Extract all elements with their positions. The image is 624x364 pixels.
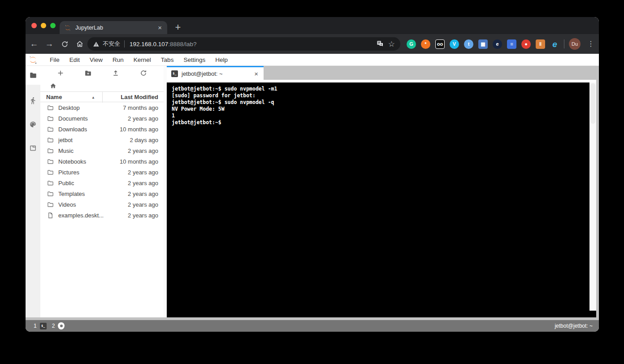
file-row[interactable]: Downloads10 months ago [40, 124, 164, 134]
menu-kernel[interactable]: Kernel [129, 56, 156, 63]
browser-tab[interactable]: JupyterLab × [60, 21, 167, 34]
oo-black-extension-icon[interactable]: oo [435, 39, 445, 49]
home-breadcrumb-icon[interactable] [50, 82, 56, 89]
menu-settings[interactable]: Settings [178, 56, 210, 63]
file-modified: 2 years ago [128, 169, 158, 176]
menu-run[interactable]: Run [108, 56, 129, 63]
file-modified: 2 years ago [128, 147, 158, 154]
orange-spark-extension-icon[interactable]: * [421, 39, 430, 49]
file-row[interactable]: Desktop7 months ago [40, 102, 164, 113]
ie-extension-icon[interactable]: e [550, 39, 559, 49]
dock-tab-bar: $_ jetbot@jetbot: ~ × [167, 66, 599, 80]
menu-view[interactable]: View [85, 56, 108, 63]
folder-item-icon [47, 126, 54, 133]
close-window-button[interactable] [31, 23, 37, 28]
file-row[interactable]: jetbot2 days ago [40, 134, 164, 145]
terminal-tab-icon: $_ [171, 70, 178, 77]
new-tab-button[interactable]: + [172, 22, 184, 33]
refresh-button[interactable] [137, 67, 150, 79]
minimize-window-button[interactable] [41, 23, 46, 28]
new-launcher-button[interactable] [54, 67, 67, 79]
terminal-status-icon: $_ [40, 323, 47, 329]
file-modified: 7 months ago [123, 104, 158, 111]
menu-tabs[interactable]: Tabs [156, 56, 179, 63]
column-header-modified[interactable]: Last Modified [121, 94, 158, 100]
list-blue-extension-icon[interactable]: ≡ [507, 39, 516, 49]
file-row[interactable]: Pictures2 years ago [40, 167, 164, 178]
menu-edit[interactable]: Edit [65, 56, 85, 63]
red-hand-extension-icon[interactable]: ● [521, 39, 531, 49]
jupyterlab-body: Name ▲ Last Modified Desktop7 months ago… [26, 66, 599, 317]
address-bar[interactable]: 不安全 192.168.0.107 :8888/lab? ☆ [87, 37, 400, 51]
status-current-terminal[interactable]: jetbot@jetbot: ~ [555, 323, 593, 329]
file-name: jetbot [58, 137, 73, 143]
menu-items: FileEditViewRunKernelTabsSettingsHelp [45, 56, 233, 63]
columns-orange-extension-icon[interactable]: ‖ [536, 39, 545, 49]
jupyter-logo-icon [28, 55, 38, 65]
grammarly-extension-icon[interactable]: G [407, 39, 416, 49]
file-row[interactable]: Public2 years ago [40, 178, 164, 188]
terminal-line: jetbot@jetbot:~$ [172, 119, 596, 126]
browser-menu-button[interactable]: ⋮ [585, 39, 596, 49]
city-blue-extension-icon[interactable]: ▦ [478, 39, 488, 49]
not-secure-warning-icon [93, 41, 100, 48]
menu-file[interactable]: File [45, 56, 65, 63]
jupyterlab-menubar: FileEditViewRunKernelTabsSettingsHelp [26, 54, 599, 66]
not-secure-label[interactable]: 不安全 [103, 40, 120, 48]
kernel-count-item[interactable]: 2 [52, 322, 65, 329]
terminal-count-item[interactable]: 1 $_ [34, 323, 47, 329]
profile-avatar[interactable]: Du [569, 38, 581, 50]
terminal-tab-close-icon[interactable]: × [253, 70, 259, 78]
upload-button[interactable] [109, 67, 122, 79]
forward-button[interactable]: → [43, 37, 56, 51]
translate-button[interactable] [377, 40, 384, 48]
home-icon [76, 40, 84, 48]
kernel-status-icon [58, 322, 65, 329]
window-controls [31, 23, 56, 28]
file-row[interactable]: Documents2 years ago [40, 113, 164, 124]
plus-icon [57, 69, 64, 77]
jupyter-favicon [64, 24, 71, 31]
back-button[interactable]: ← [27, 37, 41, 51]
file-row[interactable]: Notebooks10 months ago [40, 156, 164, 167]
folder-item-icon [47, 147, 54, 154]
url-host[interactable]: 192.168.0.107 [130, 41, 168, 48]
refresh-icon [140, 69, 147, 77]
command-palette-icon[interactable] [26, 121, 40, 128]
blue-bird-extension-icon[interactable]: t [464, 39, 473, 49]
file-row[interactable]: Music2 years ago [40, 145, 164, 156]
tab-close-icon[interactable]: × [157, 24, 163, 31]
running-sessions-icon[interactable] [26, 97, 40, 104]
file-list: Desktop7 months agoDocuments2 years agoD… [40, 102, 164, 221]
file-row[interactable]: Videos2 years ago [40, 199, 164, 210]
dark-e-extension-icon[interactable]: e [493, 39, 502, 49]
upload-icon [112, 69, 119, 77]
file-item-icon [47, 212, 54, 219]
zoom-window-button[interactable] [50, 23, 56, 28]
url-path[interactable]: :8888/lab? [168, 41, 372, 48]
terminal-scrollbar-thumb[interactable] [590, 83, 595, 124]
menu-help[interactable]: Help [210, 56, 233, 63]
reload-icon [61, 40, 69, 48]
vimeo-blue-extension-icon[interactable]: V [450, 39, 459, 49]
extensions-row: G*ooVt▦e≡●‖e [407, 34, 559, 54]
file-browser-panel: Name ▲ Last Modified Desktop7 months ago… [40, 66, 164, 317]
translate-icon [377, 40, 384, 48]
folder-icon[interactable] [26, 71, 40, 79]
column-header-name[interactable]: Name [40, 94, 62, 100]
folder-item-icon [47, 201, 54, 208]
bookmark-star-icon[interactable]: ☆ [388, 39, 395, 49]
reload-button[interactable] [58, 37, 71, 51]
folder-item-icon [47, 115, 54, 122]
file-name: examples.deskt... [58, 212, 104, 219]
terminal-tab[interactable]: $_ jetbot@jetbot: ~ × [167, 66, 264, 80]
file-row[interactable]: examples.deskt...2 years ago [40, 210, 164, 221]
panel-splitter[interactable] [164, 66, 167, 317]
file-row[interactable]: Templates2 years ago [40, 188, 164, 199]
terminal-output[interactable]: jetbot@jetbot:~$ sudo nvpmodel -m1[sudo]… [167, 82, 596, 317]
file-name: Notebooks [58, 158, 86, 165]
home-button[interactable] [73, 37, 87, 51]
open-tabs-icon[interactable] [26, 144, 40, 152]
new-folder-button[interactable] [82, 67, 95, 79]
terminal-scrollbar[interactable] [589, 82, 596, 311]
